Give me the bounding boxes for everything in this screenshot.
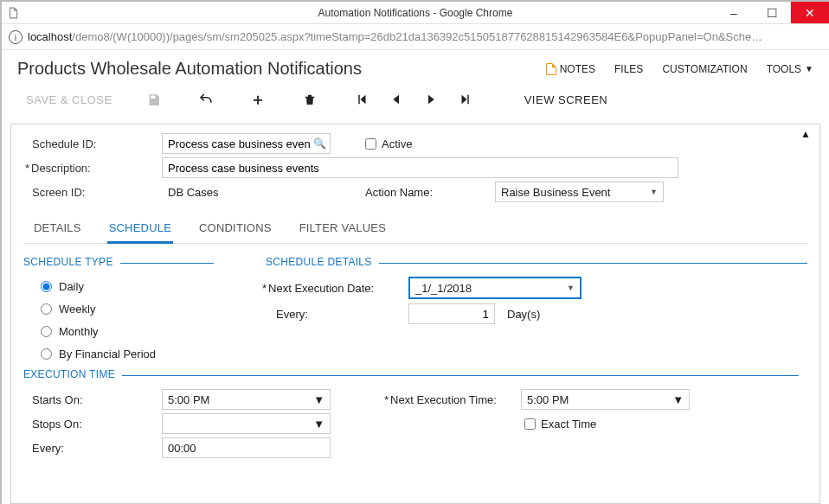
exact-time-checkbox[interactable]: Exact Time bbox=[524, 418, 596, 431]
page-title: Products Wholesale Automation Notificati… bbox=[17, 59, 362, 79]
form-card: ▲ Schedule ID: 🔍 Active *Description: Sc… bbox=[10, 124, 820, 504]
exec-every-value: 00:00 bbox=[168, 442, 196, 455]
search-icon[interactable]: 🔍 bbox=[313, 137, 326, 150]
browser-address-bar: i localhost/demo8/(W(10000))/pages/sm/sm… bbox=[2, 24, 829, 50]
description-field[interactable] bbox=[168, 162, 672, 175]
site-info-icon[interactable]: i bbox=[9, 30, 22, 44]
window-maximize-button[interactable]: ☐ bbox=[753, 2, 791, 23]
next-exec-time-value: 5:00 PM bbox=[527, 393, 569, 406]
schedule-id-label: Schedule ID: bbox=[23, 137, 162, 150]
action-name-select[interactable]: Raise Business Event ▼ bbox=[495, 182, 664, 202]
every-label: Every: bbox=[266, 308, 408, 321]
window-close-button[interactable]: ✕ bbox=[791, 2, 829, 23]
screen-id-value: DB Cases bbox=[162, 182, 331, 202]
every-unit: Day(s) bbox=[507, 308, 540, 321]
window-minimize-button[interactable]: – bbox=[715, 2, 753, 23]
tab-schedule[interactable]: SCHEDULE bbox=[107, 216, 173, 244]
page-icon bbox=[7, 7, 19, 19]
delete-button[interactable] bbox=[296, 87, 324, 112]
schedule-type-weekly[interactable]: Weekly bbox=[23, 297, 214, 320]
nav-first-button[interactable] bbox=[348, 87, 376, 112]
undo-button[interactable] bbox=[192, 87, 220, 112]
schedule-details-section-title: SCHEDULE DETAILS bbox=[266, 256, 807, 268]
stops-on-input[interactable]: ▼ bbox=[162, 413, 331, 434]
chevron-down-icon: ▼ bbox=[650, 188, 658, 196]
window-title: Automation Notifications - Google Chrome bbox=[2, 7, 829, 19]
save-button[interactable] bbox=[140, 87, 168, 112]
notes-icon bbox=[546, 63, 556, 75]
active-label: Active bbox=[382, 137, 412, 150]
url-path: /demo8/(W(10000))/pages/sm/sm205025.aspx… bbox=[72, 30, 762, 43]
url-text[interactable]: localhost/demo8/(W(10000))/pages/sm/sm20… bbox=[28, 30, 822, 43]
nav-last-button[interactable] bbox=[452, 87, 479, 112]
every-input[interactable] bbox=[408, 303, 495, 324]
exact-time-checkbox-input[interactable] bbox=[524, 418, 536, 430]
action-name-value: Raise Business Event bbox=[501, 186, 610, 199]
next-exec-date-label: *Next Execution Date: bbox=[266, 282, 408, 295]
schedule-type-financial-period[interactable]: By Financial Period bbox=[23, 342, 214, 365]
schedule-type-daily[interactable]: Daily bbox=[23, 275, 214, 297]
chevron-down-icon: ▼ bbox=[805, 64, 813, 73]
schedule-id-input[interactable]: 🔍 bbox=[162, 133, 331, 154]
exec-every-input[interactable]: 00:00 bbox=[162, 437, 331, 458]
chevron-down-icon: ▼ bbox=[313, 393, 325, 406]
starts-on-label: Starts On: bbox=[23, 393, 162, 406]
schedule-type-section-title: SCHEDULE TYPE bbox=[23, 256, 214, 268]
window-titlebar: Automation Notifications - Google Chrome… bbox=[2, 2, 829, 24]
customization-button[interactable]: CUSTOMIZATION bbox=[662, 63, 747, 75]
tab-filter-values[interactable]: FILTER VALUES bbox=[298, 216, 388, 243]
tab-details[interactable]: DETAILS bbox=[32, 216, 83, 243]
files-button[interactable]: FILES bbox=[614, 63, 643, 75]
exec-every-label: Every: bbox=[23, 442, 162, 455]
next-exec-date-input[interactable]: _1/_1/2018 ▼ bbox=[408, 277, 582, 299]
notes-label: NOTES bbox=[560, 63, 595, 75]
starts-on-value: 5:00 PM bbox=[168, 393, 209, 406]
app-header: Products Wholesale Automation Notificati… bbox=[2, 50, 829, 82]
active-checkbox-input[interactable] bbox=[365, 138, 376, 150]
screen-id-label: Screen ID: bbox=[23, 186, 162, 199]
chevron-down-icon: ▼ bbox=[313, 418, 325, 431]
next-exec-time-input[interactable]: 5:00 PM ▼ bbox=[521, 389, 690, 410]
active-checkbox[interactable]: Active bbox=[365, 137, 412, 150]
toolbar: SAVE & CLOSE ＋ VIEW SCREEN bbox=[2, 82, 829, 120]
next-exec-time-label: *Next Execution Time: bbox=[382, 393, 521, 406]
execution-time-section-title: EXECUTION TIME bbox=[23, 368, 799, 380]
exact-time-label: Exact Time bbox=[541, 418, 596, 431]
description-input[interactable] bbox=[162, 157, 678, 178]
stops-on-label: Stops On: bbox=[23, 418, 162, 431]
view-screen-button[interactable]: VIEW SCREEN bbox=[521, 93, 612, 106]
description-label: *Description: bbox=[23, 162, 162, 175]
next-exec-date-value: _1/_1/2018 bbox=[415, 282, 472, 295]
schedule-id-field[interactable] bbox=[168, 137, 313, 150]
collapse-caret-icon[interactable]: ▲ bbox=[800, 128, 811, 140]
schedule-type-monthly[interactable]: Monthly bbox=[23, 320, 214, 342]
url-host: localhost bbox=[28, 30, 72, 43]
tools-button[interactable]: TOOLS ▼ bbox=[767, 63, 813, 75]
starts-on-input[interactable]: 5:00 PM ▼ bbox=[162, 389, 331, 410]
save-and-close-button[interactable]: SAVE & CLOSE bbox=[22, 93, 116, 106]
chevron-down-icon: ▼ bbox=[567, 284, 575, 292]
notes-button[interactable]: NOTES bbox=[546, 63, 595, 75]
tab-bar: DETAILS SCHEDULE CONDITIONS FILTER VALUE… bbox=[23, 216, 807, 244]
action-name-label: Action Name: bbox=[365, 186, 495, 199]
chevron-down-icon: ▼ bbox=[672, 393, 684, 406]
add-button[interactable]: ＋ bbox=[244, 87, 272, 112]
tab-conditions[interactable]: CONDITIONS bbox=[197, 216, 273, 243]
nav-prev-button[interactable] bbox=[382, 87, 410, 112]
nav-next-button[interactable] bbox=[417, 87, 445, 112]
